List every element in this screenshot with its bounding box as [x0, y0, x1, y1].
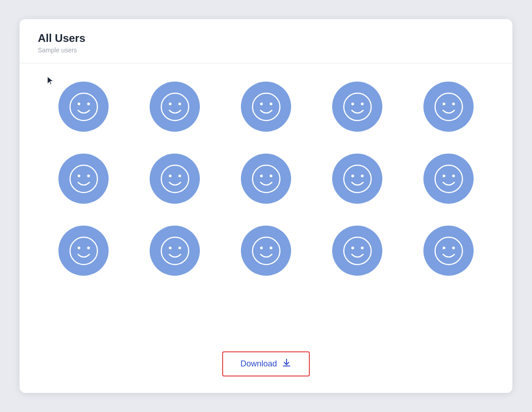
svg-point-40 [351, 247, 354, 249]
avatar-circle-15 [423, 226, 474, 276]
avatar-circle-2 [150, 82, 200, 132]
user-avatar-13[interactable] [229, 226, 303, 276]
svg-point-36 [252, 237, 280, 264]
svg-point-20 [178, 175, 181, 177]
user-avatar-12[interactable] [138, 226, 211, 276]
page-title: All Users [38, 32, 494, 45]
user-avatar-8[interactable] [229, 154, 303, 204]
user-avatar-15[interactable] [412, 226, 485, 276]
card-body [20, 63, 512, 342]
download-label: Download [240, 359, 277, 369]
svg-point-38 [270, 247, 272, 249]
svg-point-9 [344, 93, 371, 120]
download-button-highlight: Download [222, 351, 310, 376]
svg-point-41 [361, 247, 364, 249]
svg-point-24 [344, 165, 371, 192]
user-avatar-2[interactable] [138, 82, 211, 132]
main-card: All Users Sample users [20, 19, 512, 393]
svg-point-37 [260, 247, 263, 249]
avatar-circle-8 [241, 154, 291, 204]
svg-point-1 [78, 103, 80, 105]
avatar-circle-4 [332, 82, 382, 132]
svg-point-10 [351, 103, 354, 105]
user-avatar-1[interactable] [47, 82, 120, 132]
download-icon [282, 358, 292, 370]
avatar-circle-6 [58, 154, 109, 204]
svg-point-35 [178, 247, 181, 249]
svg-point-34 [169, 247, 172, 249]
svg-point-19 [169, 175, 172, 177]
svg-point-14 [452, 103, 455, 105]
card-header: All Users Sample users [20, 19, 512, 63]
svg-point-6 [252, 93, 280, 120]
avatar-circle-9 [332, 154, 382, 204]
svg-point-16 [78, 175, 80, 177]
svg-point-21 [252, 165, 280, 192]
user-avatar-3[interactable] [229, 82, 303, 132]
svg-point-29 [452, 175, 455, 177]
avatar-circle-10 [423, 154, 474, 204]
avatar-circle-7 [150, 154, 200, 204]
user-avatar-14[interactable] [321, 226, 394, 276]
svg-point-33 [161, 237, 188, 264]
avatar-circle-11 [58, 226, 109, 276]
svg-point-13 [443, 103, 445, 105]
svg-point-7 [260, 103, 263, 105]
avatar-circle-12 [150, 226, 200, 276]
svg-point-42 [435, 237, 462, 264]
svg-point-43 [443, 247, 445, 249]
svg-point-11 [361, 103, 364, 105]
avatar-circle-3 [241, 82, 291, 132]
page-subtitle: Sample users [38, 46, 494, 54]
user-avatar-5[interactable] [412, 82, 485, 132]
avatar-circle-1 [58, 82, 109, 132]
download-button[interactable]: Download [224, 353, 308, 375]
avatar-circle-13 [241, 226, 291, 276]
users-grid [47, 77, 485, 289]
svg-point-30 [70, 237, 97, 264]
user-avatar-4[interactable] [321, 82, 394, 132]
card-footer: Download [20, 342, 512, 393]
svg-point-39 [344, 237, 371, 264]
svg-point-5 [178, 103, 181, 105]
svg-point-12 [435, 93, 462, 120]
svg-point-27 [435, 165, 462, 192]
user-avatar-10[interactable] [412, 154, 485, 204]
svg-point-2 [87, 103, 90, 105]
avatar-circle-5 [423, 82, 474, 132]
svg-point-32 [87, 247, 90, 249]
svg-point-18 [161, 165, 188, 192]
svg-point-23 [270, 175, 272, 177]
svg-point-25 [351, 175, 354, 177]
svg-point-28 [443, 175, 445, 177]
svg-point-0 [70, 93, 97, 120]
svg-point-4 [169, 103, 172, 105]
user-avatar-9[interactable] [321, 154, 394, 204]
svg-point-17 [87, 175, 90, 177]
avatar-circle-14 [332, 226, 382, 276]
user-avatar-6[interactable] [47, 154, 120, 204]
user-avatar-11[interactable] [47, 226, 120, 276]
svg-point-8 [270, 103, 272, 105]
user-avatar-7[interactable] [138, 154, 211, 204]
svg-point-3 [161, 93, 188, 120]
svg-point-31 [78, 247, 80, 249]
svg-point-26 [361, 175, 364, 177]
svg-point-15 [70, 165, 97, 192]
svg-point-22 [260, 175, 263, 177]
svg-point-44 [452, 247, 455, 249]
